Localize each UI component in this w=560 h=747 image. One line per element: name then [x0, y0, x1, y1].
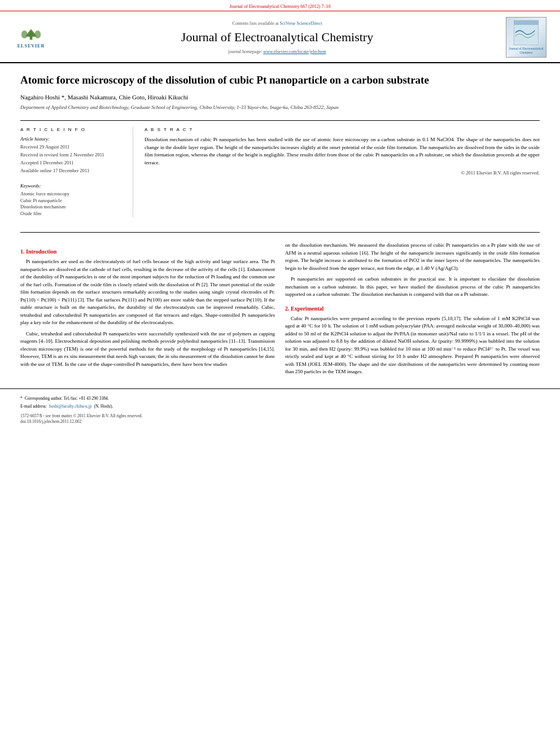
section-1-heading: 1. Introduction	[20, 247, 275, 256]
elsevier-wordmark: ELSEVIER	[18, 43, 45, 49]
intro-para-right-2: Pt nanoparticles are supported on carbon…	[285, 276, 540, 299]
history-label: Article history:	[20, 136, 124, 143]
intro-para-2: Cubic, tetrahedral and cuboctahedral Pt …	[20, 330, 275, 369]
journal-header-top: Journal of Electroanalytical Chemistry 6…	[0, 0, 560, 11]
keyword-2: Cubic Pt nanoparticle	[20, 198, 124, 204]
keywords-label: Keywords:	[20, 183, 124, 190]
body-columns: 1. Introduction Pt nanoparticles are use…	[0, 242, 560, 379]
received-2: Received in revised form 2 November 2011	[20, 152, 124, 159]
keyword-4: Oxide film	[20, 211, 124, 217]
two-col-section: A R T I C L E I N F O Article history: R…	[20, 126, 540, 217]
email-note: E-mail address: hoshi@faculty.chiba-u.jp…	[20, 404, 540, 410]
intro-para-1: Pt nanoparticles are used as the electro…	[20, 258, 275, 327]
experimental-para: Cubic Pt nanoparticles were prepared acc…	[285, 315, 540, 376]
thumb-label: Journal of Electroanalytical Chemistry	[509, 47, 544, 55]
authors: Nagahiro Hoshi *, Masashi Nakamura, Chie…	[20, 93, 540, 102]
keyword-1: Atomic force microscopy	[20, 191, 124, 198]
article-content: Atomic force microscopy of the dissoluti…	[0, 63, 560, 228]
body-col-left: 1. Introduction Pt nanoparticles are use…	[20, 242, 275, 379]
page: Journal of Electroanalytical Chemistry 6…	[0, 0, 560, 747]
keywords-list: Atomic force microscopy Cubic Pt nanopar…	[20, 191, 124, 218]
issn-note: 1572-6657/$ - see front matter © 2011 El…	[20, 413, 540, 420]
svg-point-3	[21, 30, 28, 38]
page-footer: * Corresponding author. Tel./fax: +81 43…	[0, 388, 560, 427]
homepage-url[interactable]: www.elsevier.com/locate/jelechem	[263, 49, 326, 54]
email-label: E-mail address:	[20, 404, 47, 410]
journal-thumbnail: Journal of Electroanalytical Chemistry	[506, 17, 546, 58]
journal-ref: Journal of Electroanalytical Chemistry 6…	[229, 4, 330, 9]
body-col-right: on the dissolution mechanism. We measure…	[285, 242, 540, 379]
received-1: Received 29 August 2011	[20, 144, 124, 151]
divider-1	[20, 120, 540, 121]
corresponding-note: * Corresponding author. Tel./fax: +81 43…	[20, 396, 540, 402]
email-name: (N. Hoshi).	[94, 404, 113, 410]
accepted: Accepted 1 December 2011	[20, 160, 124, 167]
abstract-text: Dissolution mechanism of cubic Pt nanopa…	[145, 136, 540, 167]
elsevier-tree-icon	[20, 28, 42, 41]
keyword-3: Dissolution mechanism	[20, 204, 124, 211]
journal-cover-icon	[509, 20, 543, 46]
svg-rect-7	[514, 21, 539, 25]
affiliation: Department of Applied Chemistry and Biot…	[20, 104, 540, 111]
section-2-heading: 2. Experimental	[285, 304, 540, 313]
elsevier-logo	[11, 26, 51, 43]
abstract-col: A B S T R A C T Dissolution mechanism of…	[145, 126, 540, 217]
journal-title-banner: Journal of Electroanalytical Chemistry	[62, 29, 492, 46]
sciverse-link[interactable]: SciVerse ScienceDirect	[280, 21, 322, 26]
available-online: Available online 17 December 2011	[20, 168, 124, 174]
article-title: Atomic force microscopy of the dissoluti…	[20, 73, 540, 88]
journal-banner: ELSEVIER Contents lists available at Sci…	[0, 11, 560, 63]
copyright-line: © 2011 Elsevier B.V. All rights reserved…	[145, 170, 540, 177]
article-info-label: A R T I C L E I N F O	[20, 126, 124, 133]
abstract-label: A B S T R A C T	[145, 126, 540, 133]
contents-line: Contents lists available at SciVerse Sci…	[62, 20, 492, 27]
star-symbol: *	[20, 396, 23, 402]
journal-homepage: journal homepage: www.elsevier.com/locat…	[62, 49, 492, 55]
corresponding-label: Corresponding author. Tel./fax: +81 43 2…	[25, 396, 109, 402]
banner-left: ELSEVIER	[11, 26, 51, 49]
email-address: hoshi@faculty.chiba-u.jp	[49, 404, 92, 410]
divider-2	[20, 232, 540, 233]
svg-point-4	[34, 30, 41, 38]
banner-right: Journal of Electroanalytical Chemistry	[504, 17, 549, 58]
intro-para-right-1: on the dissolution mechanism. We measure…	[285, 242, 540, 272]
article-info-col: A R T I C L E I N F O Article history: R…	[20, 126, 133, 217]
banner-center: Contents lists available at SciVerse Sci…	[51, 20, 504, 55]
doi-note: doi:10.1016/j.jelechem.2011.12.002	[20, 419, 540, 425]
